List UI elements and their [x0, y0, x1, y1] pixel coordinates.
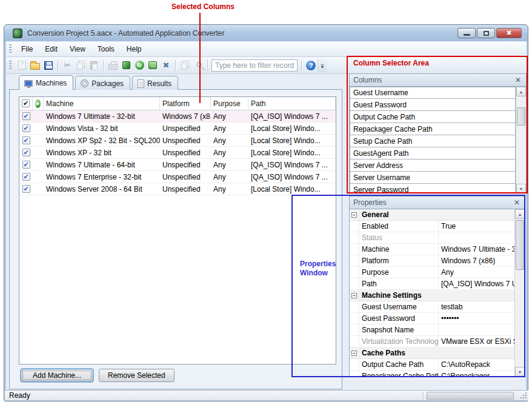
- menu-view[interactable]: View: [64, 43, 91, 55]
- menu-help[interactable]: Help: [121, 43, 148, 55]
- row-checkbox[interactable]: ✔: [22, 136, 30, 144]
- print-button[interactable]: [106, 59, 119, 72]
- report-button[interactable]: [178, 59, 191, 72]
- property-row[interactable]: Snapshot Name: [350, 324, 525, 336]
- scroll-down-icon[interactable]: ▼: [515, 367, 525, 377]
- column-header-machine[interactable]: Machine: [44, 97, 160, 110]
- property-value[interactable]: Any: [439, 267, 514, 278]
- property-value[interactable]: •••••••: [439, 313, 514, 324]
- package-button[interactable]: [119, 59, 133, 72]
- property-value[interactable]: [439, 324, 514, 335]
- row-checkbox[interactable]: ✔: [22, 124, 30, 132]
- property-row[interactable]: Guest Password •••••••: [350, 313, 525, 324]
- property-group[interactable]: − General: [350, 209, 525, 221]
- row-checkbox[interactable]: ✔: [22, 112, 30, 120]
- menu-tools[interactable]: Tools: [91, 43, 121, 55]
- columns-panel-close-icon[interactable]: ✕: [514, 76, 522, 84]
- table-row[interactable]: ✔ Windows XP - 32 bit Unspecified Any [L…: [19, 147, 336, 159]
- row-checkbox[interactable]: ✔: [22, 161, 30, 169]
- run-conversion-button[interactable]: →: [146, 59, 159, 72]
- filter-records-input[interactable]: [211, 59, 298, 72]
- column-header-platform[interactable]: Platform: [160, 97, 211, 110]
- collapse-icon[interactable]: −: [351, 293, 357, 298]
- paste-button[interactable]: [87, 59, 101, 72]
- save-project-button[interactable]: [42, 59, 55, 72]
- refresh-button[interactable]: ↻: [133, 59, 146, 72]
- cut-button[interactable]: ✂: [61, 59, 74, 72]
- property-group[interactable]: − Machine Settings: [350, 290, 525, 301]
- column-item[interactable]: Setup Cache Path: [350, 135, 516, 147]
- scroll-up-icon[interactable]: ▲: [515, 209, 525, 219]
- row-checkbox[interactable]: ✔: [22, 173, 30, 181]
- table-row[interactable]: ✔ Windows 7 Ultimate - 32-bit Windows 7 …: [19, 110, 336, 123]
- table-row[interactable]: ✔ Windows Vista - 32 bit Unspecified Any…: [19, 123, 336, 135]
- toolbar-grip[interactable]: [9, 61, 12, 70]
- property-row[interactable]: Purpose Any: [350, 267, 525, 278]
- new-project-button[interactable]: [15, 59, 28, 72]
- scroll-thumb[interactable]: [517, 107, 525, 126]
- column-item[interactable]: Server Username: [350, 172, 516, 184]
- column-header-path[interactable]: Path: [248, 97, 336, 110]
- property-value[interactable]: True: [439, 221, 514, 232]
- menu-file[interactable]: File: [15, 43, 39, 55]
- column-item[interactable]: Server Password: [350, 184, 516, 193]
- collapse-icon[interactable]: −: [351, 212, 357, 218]
- menu-edit[interactable]: Edit: [39, 43, 64, 55]
- remove-selected-button[interactable]: Remove Selected: [99, 369, 175, 382]
- column-item[interactable]: Server Address: [350, 160, 516, 172]
- copy-button[interactable]: [74, 59, 87, 72]
- title-bar[interactable]: Conversion Project 5.aacx - Automated Ap…: [4, 25, 528, 41]
- property-row[interactable]: Machine Windows 7 Ultimate - 3: [350, 244, 525, 255]
- property-row[interactable]: Path [QA_ISO] Windows 7 Ul: [350, 278, 525, 290]
- property-value[interactable]: Windows 7 Ultimate - 3: [439, 244, 514, 255]
- help-button[interactable]: ?: [304, 59, 318, 72]
- minimize-button[interactable]: [457, 28, 476, 38]
- add-machine-button[interactable]: Add Machine...: [21, 369, 93, 382]
- property-value[interactable]: Windows 7 (x86): [439, 255, 514, 266]
- select-all-checkbox[interactable]: ✔: [19, 97, 33, 110]
- column-item[interactable]: Output Cache Path: [350, 111, 516, 123]
- property-row[interactable]: Guest Username testlab: [350, 301, 525, 313]
- scroll-down-icon[interactable]: ▼: [516, 184, 526, 193]
- tab-results[interactable]: Results: [132, 76, 178, 90]
- columns-scrollbar[interactable]: ▲ ▼: [516, 87, 526, 193]
- property-row[interactable]: Repackager Cache Path C:\Repackager: [350, 371, 525, 377]
- toolbar-overflow-button[interactable]: –▾: [318, 59, 327, 72]
- column-item[interactable]: Repackager Cache Path: [350, 123, 516, 135]
- preview-button[interactable]: [191, 59, 205, 72]
- property-row[interactable]: Virtualization Technolog VMware ESX or E…: [350, 336, 525, 348]
- tab-packages[interactable]: Packages: [75, 76, 130, 90]
- property-value[interactable]: [QA_ISO] Windows 7 Ul: [439, 278, 514, 289]
- properties-panel-close-icon[interactable]: ✕: [513, 198, 521, 207]
- tab-machines[interactable]: Machines: [19, 75, 73, 90]
- property-value[interactable]: C:\AutoRepack: [439, 359, 514, 370]
- table-row[interactable]: ✔ Windows Server 2008 - 64 Bit Unspecifi…: [19, 183, 336, 195]
- column-item[interactable]: GuestAgent Path: [350, 147, 516, 160]
- table-row[interactable]: ✔ Windows 7 Enterprise - 32-bit Unspecif…: [19, 171, 336, 183]
- column-item[interactable]: Guest Username: [350, 87, 516, 99]
- property-row[interactable]: Platform Windows 7 (x86): [350, 255, 525, 267]
- table-row[interactable]: ✔ Windows XP Sp2 - 32 Bit - SQL200 Unspe…: [19, 135, 336, 147]
- property-group[interactable]: − Cache Paths: [350, 348, 525, 359]
- collapse-icon[interactable]: −: [351, 351, 357, 356]
- row-checkbox[interactable]: ✔: [22, 149, 30, 156]
- row-checkbox[interactable]: ✔: [22, 185, 30, 193]
- property-row[interactable]: Output Cache Path C:\AutoRepack: [350, 359, 525, 371]
- property-value[interactable]: testlab: [439, 301, 514, 312]
- scroll-up-icon[interactable]: ▲: [516, 87, 526, 96]
- menu-grip[interactable]: [9, 44, 12, 54]
- cancel-button[interactable]: ✖: [159, 59, 173, 72]
- property-row[interactable]: Status: [350, 232, 525, 244]
- open-project-button[interactable]: [28, 59, 42, 72]
- resize-grip[interactable]: [520, 392, 527, 399]
- property-value[interactable]: C:\Repackager: [439, 371, 514, 377]
- table-row[interactable]: ✔ Windows 7 Ultimate - 64-bit Unspecifie…: [19, 159, 336, 171]
- column-item[interactable]: Guest Password: [350, 99, 516, 111]
- column-header-purpose[interactable]: Purpose: [211, 97, 248, 110]
- scroll-thumb[interactable]: [516, 220, 524, 270]
- properties-scrollbar[interactable]: ▲ ▼: [514, 209, 525, 377]
- column-header-run[interactable]: ▶: [33, 97, 44, 110]
- maximize-button[interactable]: [477, 28, 495, 38]
- close-button[interactable]: ✖: [496, 28, 522, 38]
- property-row[interactable]: Enabled True: [350, 221, 525, 232]
